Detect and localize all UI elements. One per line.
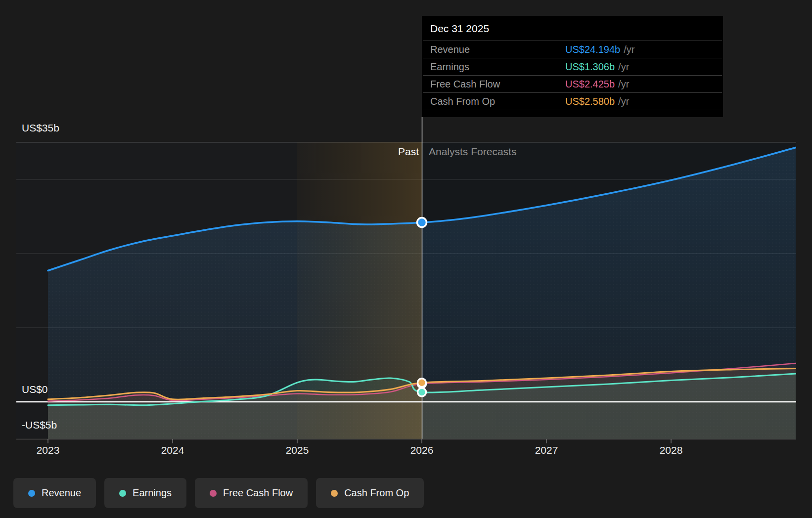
metric-value: US$24.194b <box>565 44 620 55</box>
past-zone-label: Past <box>398 146 419 158</box>
x-axis-label-2028: 2028 <box>660 444 683 456</box>
metric-unit: /yr <box>618 79 629 90</box>
legend-label: Revenue <box>42 487 81 499</box>
tooltip-date: Dec 31 2025 <box>422 16 723 41</box>
y-axis-label-neg5b: -US$5b <box>22 419 57 431</box>
metric-value: US$2.425b <box>565 79 615 90</box>
legend-label: Free Cash Flow <box>223 487 293 499</box>
free-cash-flow-dot-icon <box>210 490 217 497</box>
legend-item-free-cash-flow[interactable]: Free Cash Flow <box>195 478 308 508</box>
metric-unit: /yr <box>618 61 629 73</box>
metric-label: Earnings <box>430 61 469 73</box>
x-axis-label-2023: 2023 <box>37 444 60 456</box>
tooltip-row-earnings: Earnings US$1.306b /yr <box>423 58 722 75</box>
x-axis-label-2024: 2024 <box>161 444 184 456</box>
metric-label: Free Cash Flow <box>430 79 500 90</box>
metric-value: US$1.306b <box>565 61 615 73</box>
revenue-dot-icon <box>28 490 35 497</box>
cash-from-op-dot-icon <box>331 490 338 497</box>
y-axis-label-0: US$0 <box>22 384 48 395</box>
legend: Revenue Earnings Free Cash Flow Cash Fro… <box>13 478 424 508</box>
legend-item-revenue[interactable]: Revenue <box>13 478 96 508</box>
metric-label: Cash From Op <box>430 96 495 107</box>
metric-value: US$2.580b <box>565 96 615 107</box>
y-axis-label-35b: US$35b <box>22 122 59 134</box>
forecast-zone-label: Analysts Forecasts <box>429 146 516 158</box>
earnings-revenue-growth-chart: US$35b US$0 -US$5b 2023 2024 2025 2026 2… <box>0 0 812 518</box>
legend-item-earnings[interactable]: Earnings <box>104 478 186 508</box>
metric-label: Revenue <box>430 44 470 55</box>
legend-label: Cash From Op <box>344 487 409 499</box>
tooltip: Dec 31 2025 Revenue US$24.194b /yr Earni… <box>422 16 723 117</box>
earnings-dot-icon <box>119 490 126 497</box>
x-axis-label-2025: 2025 <box>286 444 309 456</box>
tooltip-row-free-cash-flow: Free Cash Flow US$2.425b /yr <box>423 75 722 92</box>
x-axis-label-2026: 2026 <box>410 444 434 456</box>
x-axis-label-2027: 2027 <box>535 444 558 456</box>
tooltip-row-cash-from-op: Cash From Op US$2.580b /yr <box>423 92 722 110</box>
tooltip-row-revenue: Revenue US$24.194b /yr <box>423 41 722 58</box>
legend-label: Earnings <box>133 487 172 499</box>
legend-item-cash-from-op[interactable]: Cash From Op <box>316 478 424 508</box>
metric-unit: /yr <box>624 44 634 55</box>
metric-unit: /yr <box>618 96 629 107</box>
